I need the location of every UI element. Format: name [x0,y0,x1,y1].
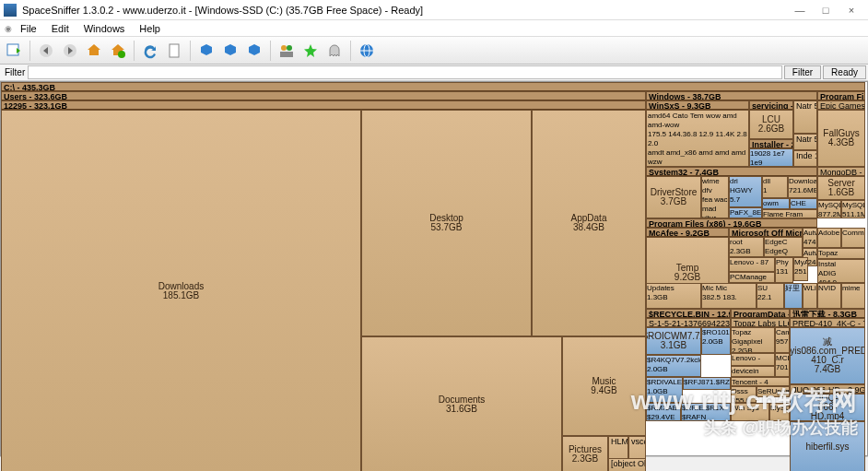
node-su[interactable]: SU 22.1 [757,283,784,309]
node-servicing[interactable]: servicing - 2.9GB [749,100,793,110]
node-topaz[interactable]: Topaz Gigapixel A [817,248,865,259]
node-nvid[interactable]: NVID [817,283,841,309]
node-comm[interactable]: Comm [841,228,865,248]
node-mime[interactable]: mime [841,283,865,309]
node-appdata[interactable]: AppData38.4GB [532,110,646,336]
node-devicein[interactable]: devicein ImCl [731,366,775,377]
node-phy[interactable]: Phy 131 [775,257,793,283]
menu-help[interactable]: Help [132,23,168,34]
node-root2[interactable]: root 2.3GB [729,237,764,257]
people-icon[interactable] [276,41,297,61]
close-button[interactable]: × [839,2,864,18]
node-downloads[interactable]: Downloads185.1GB [1,110,361,471]
node-windows-hdr[interactable]: Windows - 38.7GB [646,91,817,100]
node-lcu[interactable]: LCU2.6GB [749,110,793,139]
node-ro10[interactable]: $RO1010 2.0GB [701,327,731,355]
node-instal[interactable]: Instal ADIG 494.0 [817,259,865,283]
node-mysql[interactable]: MySQL 511.1M [841,200,865,218]
node-wj[interactable]: 好里 [784,283,803,309]
node-winsxs-hdr[interactable]: WinSxS - 9.3GB [646,100,749,110]
treemap[interactable]: C:\ - 435.3GB Users - 323.6GB 12295 - 32… [0,81,868,456]
refresh-icon[interactable] [140,41,160,61]
node-dll[interactable]: dll 1 vigxky [762,176,788,198]
node-dl[interactable]: Download 721.6MB [788,176,817,198]
node-mysqla[interactable]: MySQLa 877.2ME [817,200,841,218]
node-recycle[interactable]: $RECYCLE.BIN - 12.9GB [646,309,731,318]
ghost-icon[interactable] [324,41,345,61]
node-root[interactable]: C:\ - 435.3GB [1,82,865,91]
menu-file[interactable]: File [13,23,44,34]
node-inst1[interactable]: 19028 1e7 1e9 1d934d 3ca 1a9 [749,148,793,167]
box-blue-icon[interactable] [196,41,217,61]
node-sopo[interactable]: [object Object] [608,458,646,471]
toolbar [0,37,868,65]
node-mongo[interactable]: MongoDB - 1.6GB [817,167,865,176]
maximize-button[interactable]: □ [813,2,839,18]
filter-button[interactable]: Filter [784,65,821,79]
node-mclo[interactable]: MCLO 701.2N [775,353,790,377]
menu-edit[interactable]: Edit [44,23,76,34]
node-amd[interactable]: amd64 Cato Tem wow amd amd-wow 175.5 144… [646,110,749,167]
node-pdata[interactable]: ProgramData - 10.1GB [731,309,790,318]
minimize-button[interactable]: — [787,2,813,18]
node-driverstore[interactable]: DriverStore3.7GB [646,176,701,218]
node-rakq[interactable]: $R4KQ7V7.2kcloud- 2.0GB [646,355,701,377]
node-topazg[interactable]: Topaz Gigapixel 2.2GB [731,327,775,353]
node-ind[interactable]: Inde 187. [793,150,817,167]
ready-button[interactable]: Ready [823,65,866,79]
node-frame[interactable]: Flame Fram Div: [762,209,817,218]
node-myaf[interactable]: MyAf 251.6 [793,257,808,281]
node-topazl[interactable]: Topaz Labs LLC [731,318,790,327]
node-mcafee[interactable]: McAfee - 9.2GB [646,228,729,237]
node-mic[interactable]: Mic Mic 382.5 183. [701,283,757,309]
node-roicwm[interactable]: $ROICWM7.7z3.1GB [646,327,701,355]
node-installer[interactable]: Installer - 2.5GB [749,139,793,148]
node-pictures[interactable]: Pictures2.3GB [562,436,608,471]
node-wli[interactable]: WLi [803,283,817,309]
menu-windows[interactable]: Windows [76,23,133,34]
node-msoff[interactable]: Microsoft Off Microsoft - 2.4G [729,228,803,237]
node-server[interactable]: Server 1.6GB [817,176,865,200]
node-natr2[interactable]: Natr 545.0 [793,134,817,150]
forward-icon[interactable] [60,41,80,61]
node-owm[interactable]: owm Rop [762,198,790,209]
node-fallguys[interactable]: FallGuys4.3GB [817,110,865,167]
node-lenovo1[interactable]: Lenovo - 1.1GB [731,353,775,366]
node-desktop[interactable]: Desktop53.7GB [361,110,532,336]
node-documents[interactable]: Documents31.6GB [361,336,562,471]
node-lenovo87[interactable]: Lenovo - 87 [729,257,775,272]
node-pred[interactable]: PRED-410_4K-C - 7.4GB [790,318,865,327]
node-pfiles[interactable]: Program Files - 5.0G [817,91,865,100]
node-system32[interactable]: System32 - 7.4GB [646,167,817,176]
globe-icon[interactable] [357,41,377,61]
node-autw[interactable]: Autw 474.4 [803,228,817,248]
node-users-hdr[interactable]: Users - 323.6GB [1,91,646,100]
file-icon[interactable] [164,41,184,61]
new-scan-icon[interactable] [4,41,24,61]
dot-icon: ◉ [4,24,13,33]
box-blue3-icon[interactable] [244,41,264,61]
node-bayis[interactable]: 减ayis086.com_PRED-410_C.r 7.4GB [790,327,865,384]
titlebar: SpaceSniffer 1.3.0.2 - www.uderzo.it - [… [0,0,868,20]
node-cells1[interactable]: wime dfv fea wac mad xitur [701,176,729,218]
filter-input[interactable] [28,65,782,79]
node-xxdl[interactable]: 迅雷下载 - 8.3GB [790,309,865,318]
node-epic[interactable]: Epic Games [817,100,865,110]
back-icon[interactable] [36,41,56,61]
node-adobe[interactable]: Adobe [817,228,841,248]
node-chk[interactable]: CHE JBC [790,198,817,209]
home-icon[interactable] [84,41,104,61]
node-hgwy[interactable]: dri HGWY 5.7 13.9H Stat av6 572 14KB [729,176,762,207]
node-sid[interactable]: S-1-5-21-1376694223-3899032882 [646,318,731,327]
node-updates[interactable]: Updates 1.3GB [646,283,701,309]
node-pcman[interactable]: PCManage [729,272,775,283]
node-natr1[interactable]: Natr 571.0 [793,100,817,134]
node-pill[interactable]: PaFX_8E [729,207,762,218]
node-uid-hdr[interactable]: 12295 - 323.1GB [1,100,646,110]
node-edgec[interactable]: EdgeC EdgeQ 1.0GB 856.5K [764,237,803,257]
node-camer[interactable]: Camer 957.8N [775,327,790,353]
box-blue2-icon[interactable] [220,41,240,61]
star-icon[interactable] [300,41,321,61]
home-green-icon[interactable] [108,41,128,61]
node-pfiles86[interactable]: Program Files (x86) - 19.6GB [646,218,817,228]
